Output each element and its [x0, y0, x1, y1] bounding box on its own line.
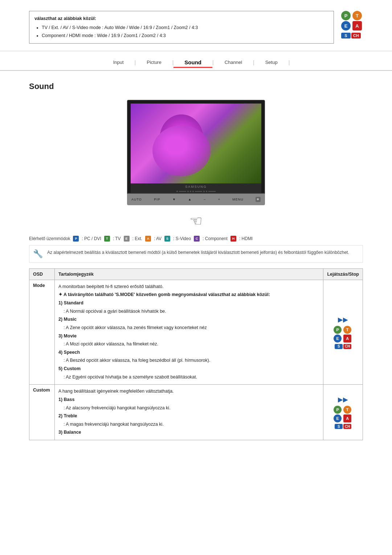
tv-screen-area: SAMSUNG [127, 100, 265, 194]
tl-p-c: P [334, 406, 342, 414]
table-play-custom: ▶▶ P T E A S CH [323, 385, 363, 440]
mode-label-av: : AV [154, 236, 162, 241]
page-content: Sound SAMSUNG AUTO [0, 71, 392, 451]
play-arrows-custom: ▶▶ [327, 396, 359, 404]
tv-btn-up[interactable]: ▲ [188, 198, 192, 201]
tv-illustration: SAMSUNG AUTO PIP ▼ ▲ – [29, 100, 363, 205]
mode-line-3: 1) Standard [58, 299, 319, 307]
table-osd-mode: Mode [29, 280, 55, 385]
custom-line-2: 1) Bass [58, 396, 319, 404]
table-row-custom: Custom A hang beállításait igényeinek me… [29, 385, 363, 440]
nav-input[interactable]: Input [102, 58, 135, 66]
tv-btn-pip[interactable]: PIP [154, 198, 160, 201]
logo-badge-top: P T E A [341, 11, 363, 31]
nav-channel[interactable]: Channel [214, 58, 253, 66]
nav-sep-5: | [289, 60, 290, 65]
table-header-osd: OSD [29, 268, 55, 280]
custom-line-3: : Az alacsony frekvenciájú hangokat hang… [58, 404, 319, 412]
tv-brand-bar: SAMSUNG [131, 183, 261, 190]
table-row-mode: Mode A monitorban beépített hi-fi sztere… [29, 280, 363, 385]
tv-source-icon[interactable]: ⊕ [256, 197, 261, 202]
tl-e-c: E [334, 414, 342, 422]
hand-area: ☞ [29, 212, 363, 229]
nav-setup[interactable]: Setup [254, 58, 289, 66]
tv-dot-2 [187, 191, 189, 192]
table-logo-custom: P T E A [334, 406, 352, 422]
tv-line-3 [208, 191, 216, 192]
top-text-box: választhat az alábbiak közül: TV / Ext. … [29, 11, 334, 44]
mode-line-5: 2) Music [58, 316, 319, 323]
badge-h: H [230, 236, 236, 242]
badge-e: E [124, 236, 130, 242]
mode-label-ext: : Ext. [132, 236, 142, 241]
badge-a: A [145, 236, 151, 242]
mode-line-7: 3) Movie [58, 332, 319, 340]
tv-dot-4 [192, 191, 194, 192]
mode-label-hdmi: : HDMI [239, 236, 253, 241]
table-logo-mode: P T E A [334, 326, 352, 343]
tl-ch: CH [343, 344, 351, 349]
hand-cursor-icon: ☞ [189, 212, 203, 229]
top-bullet-1: TV / Ext. / AV / S-Video mode : Auto Wid… [42, 24, 328, 32]
logo-s: S [341, 33, 351, 39]
table-header-content: Tartalomjegyzék [55, 268, 323, 280]
tl-t: T [343, 326, 351, 334]
badge-p: P [73, 236, 79, 242]
tv-dot-6 [206, 191, 207, 192]
mode-label-component: : Component [203, 236, 228, 241]
tv-line-2 [195, 191, 202, 192]
badge-s: S [164, 236, 170, 242]
note-block: 🔧 Az alapértelmezett beállítás a kiválas… [29, 245, 363, 263]
tv-btn-minus[interactable]: – [204, 198, 206, 201]
mode-label-pc: : PC / DVI [82, 236, 101, 241]
mode-content-body: A monitorban beépített hi-fi sztereó erő… [58, 283, 319, 381]
badge-c: C [194, 236, 200, 242]
tv-controls-bar [131, 190, 261, 193]
nav-sound[interactable]: Sound [173, 58, 212, 68]
custom-line-5: : A magas frekvenciájú hangokat hangsúly… [58, 421, 319, 428]
info-line-text: Elérhető üzemmódok [29, 236, 70, 241]
custom-line-4: 2) Treble [58, 412, 319, 420]
mode-line-9: 4) Speech [58, 349, 319, 356]
tv-btn-down[interactable]: ▼ [172, 198, 176, 201]
table-content-mode: A monitorban beépített hi-fi sztereó erő… [55, 280, 323, 385]
top-bullet-2: Component / HDMI mode : Wide / 16:9 / Zo… [42, 32, 328, 40]
top-logo: P T E A S CH [341, 11, 363, 39]
nav-picture[interactable]: Picture [136, 58, 172, 66]
tl-ch-c: CH [343, 424, 351, 429]
tl-a: A [343, 335, 351, 343]
mode-line-8: : A Mozi opciót akkor válassza, ha filme… [58, 340, 319, 348]
custom-line-1: A hang beállításait igényeinek megfelelő… [58, 388, 319, 395]
tv-line-1 [179, 191, 186, 192]
section-title: Sound [29, 82, 363, 91]
mode-label-tv: : TV [113, 236, 121, 241]
tv-btn-menu[interactable]: MENU [232, 198, 244, 201]
mode-line-11: 5) Custom [58, 365, 319, 373]
tl-a-c: A [343, 414, 351, 422]
tl-s-c: S [335, 424, 343, 429]
nav-bar: Input | Picture | Sound | Channel | Setu… [0, 51, 392, 71]
custom-content-body: A hang beállításait igényeinek megfelelő… [58, 388, 319, 436]
mode-label-svideo: : S-Video [173, 236, 191, 241]
table-header-play: Lejátszás/Stop [323, 268, 363, 280]
logo-e: E [341, 21, 351, 31]
tv-dot-3 [190, 191, 191, 192]
tv-btn-plus[interactable]: + [218, 198, 220, 201]
logo-t: T [352, 11, 362, 20]
logo-p: P [341, 11, 351, 20]
badge-t: T [104, 236, 110, 242]
tv-btn-auto[interactable]: AUTO [131, 198, 142, 201]
tv-dot-1 [176, 191, 178, 192]
tv-bottom-bar: AUTO PIP ▼ ▲ – + MENU ⊕ [127, 194, 265, 205]
mode-line-10: : A Beszéd opciót akkor válassza, ha fol… [58, 357, 319, 364]
top-title: választhat az alábbiak közül: [34, 15, 328, 23]
play-arrows-mode: ▶▶ [327, 316, 359, 324]
main-table: OSD Tartalomjegyzék Lejátszás/Stop Mode … [29, 268, 363, 440]
table-play-mode: ▶▶ P T E A S CH [323, 280, 363, 385]
note-icon: 🔧 [33, 249, 43, 259]
tl-t-c: T [343, 406, 351, 414]
info-line: Elérhető üzemmódok P : PC / DVI T : TV E… [29, 236, 363, 242]
tl-e: E [334, 335, 342, 343]
tl-p: P [334, 326, 342, 334]
table-osd-custom: Custom [29, 385, 55, 440]
